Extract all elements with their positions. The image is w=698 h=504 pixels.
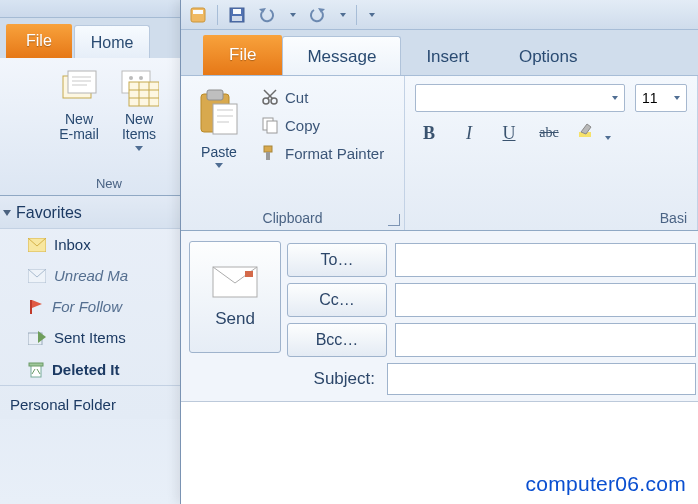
cc-input[interactable]: [395, 283, 696, 317]
new-items-label: New Items: [122, 112, 156, 143]
svg-rect-15: [30, 300, 32, 314]
format-painter-button[interactable]: Format Painter: [257, 142, 388, 164]
highlight-icon: [577, 122, 599, 140]
ribbon-group-label-basictext: Basi: [415, 206, 687, 228]
sent-icon: [28, 331, 46, 345]
tab-message[interactable]: Message: [282, 36, 401, 75]
flag-icon: [28, 299, 44, 315]
svg-rect-17: [31, 365, 41, 377]
new-items-menu[interactable]: New Items: [112, 64, 166, 155]
svg-rect-26: [213, 104, 237, 134]
envelope-icon: [211, 265, 259, 299]
svg-rect-40: [245, 271, 253, 277]
svg-rect-18: [29, 363, 43, 366]
undo-dropdown[interactable]: [290, 13, 296, 17]
chevron-down-icon: [612, 96, 618, 100]
tab-home[interactable]: Home: [74, 25, 151, 58]
qat-customize-dropdown[interactable]: [369, 13, 375, 17]
svg-rect-35: [267, 121, 277, 133]
ribbon-message: Paste Cut: [181, 76, 698, 231]
ribbon-group-clipboard: Paste Cut: [181, 76, 405, 230]
sidebar-item-label: For Follow: [52, 298, 122, 315]
sidebar-item-label: Inbox: [54, 236, 91, 253]
copy-icon: [261, 116, 279, 134]
file-tab[interactable]: File: [6, 24, 72, 58]
file-tab[interactable]: File: [203, 35, 282, 75]
paste-label: Paste: [201, 144, 237, 160]
to-button[interactable]: To…: [287, 243, 387, 277]
chevron-down-icon: [674, 96, 680, 100]
send-label: Send: [215, 309, 255, 329]
undo-icon[interactable]: [256, 6, 278, 24]
strikethrough-button[interactable]: abc: [537, 125, 561, 141]
new-email-button[interactable]: New E-mail: [52, 64, 106, 155]
text-effects-button[interactable]: [577, 122, 611, 144]
svg-rect-23: [232, 16, 242, 21]
quick-access-toolbar: [181, 0, 698, 30]
clipboard-dialog-launcher[interactable]: [388, 214, 400, 226]
font-size-combo[interactable]: 11: [635, 84, 687, 112]
svg-rect-36: [264, 146, 272, 152]
cut-button[interactable]: Cut: [257, 86, 388, 108]
svg-rect-25: [207, 90, 223, 100]
redo-icon[interactable]: [306, 6, 328, 24]
compose-header: Send To… Cc… Bcc… Subject:: [181, 231, 698, 402]
svg-point-7: [139, 76, 143, 80]
svg-point-6: [129, 76, 133, 80]
cut-label: Cut: [285, 89, 308, 106]
compose-ribbon-tabs: File Message Insert Options: [181, 30, 698, 76]
favorites-label: Favorites: [16, 204, 82, 222]
svg-rect-22: [233, 9, 241, 14]
ribbon-group-label-clipboard: Clipboard: [191, 206, 394, 228]
svg-rect-20: [193, 10, 203, 14]
bcc-button[interactable]: Bcc…: [287, 323, 387, 357]
to-input[interactable]: [395, 243, 696, 277]
format-painter-label: Format Painter: [285, 145, 384, 162]
redo-dropdown[interactable]: [340, 13, 346, 17]
copy-label: Copy: [285, 117, 320, 134]
collapse-icon: [3, 210, 11, 216]
svg-rect-37: [266, 152, 270, 160]
sidebar-item-label: Sent Items: [54, 329, 126, 346]
tab-options[interactable]: Options: [494, 36, 603, 75]
brush-icon: [261, 144, 279, 162]
personal-folders-label: Personal Folder: [10, 396, 116, 413]
sidebar-item-label: Deleted It: [52, 361, 120, 378]
svg-rect-1: [68, 71, 96, 93]
bold-button[interactable]: B: [417, 123, 441, 144]
ribbon-group-basictext: 11 B I U abc: [405, 76, 698, 230]
italic-button[interactable]: I: [457, 123, 481, 144]
subject-label: Subject:: [193, 369, 387, 389]
cc-button[interactable]: Cc…: [287, 283, 387, 317]
watermark: computer06.com: [525, 472, 686, 496]
font-size-value: 11: [642, 90, 658, 106]
bcc-input[interactable]: [395, 323, 696, 357]
font-name-combo[interactable]: [415, 84, 625, 112]
message-body[interactable]: [181, 402, 698, 430]
new-items-icon: [119, 68, 159, 108]
new-email-label: New E-mail: [59, 112, 99, 143]
subject-input[interactable]: [387, 363, 696, 395]
new-email-icon: [59, 68, 99, 108]
save-icon[interactable]: [228, 6, 246, 24]
inbox-icon: [28, 238, 46, 252]
unread-icon: [28, 269, 46, 283]
scissors-icon: [261, 88, 279, 106]
tab-insert[interactable]: Insert: [401, 36, 494, 75]
svg-rect-8: [129, 82, 159, 106]
app-menu-icon[interactable]: [189, 6, 207, 24]
send-button[interactable]: Send: [189, 241, 281, 353]
trash-icon: [28, 360, 44, 378]
copy-button[interactable]: Copy: [257, 114, 388, 136]
sidebar-item-label: Unread Ma: [54, 267, 128, 284]
underline-button[interactable]: U: [497, 123, 521, 144]
paste-icon: [197, 88, 241, 140]
compose-window: File Message Insert Options Paste: [180, 0, 698, 504]
paste-button[interactable]: Paste: [191, 84, 247, 172]
